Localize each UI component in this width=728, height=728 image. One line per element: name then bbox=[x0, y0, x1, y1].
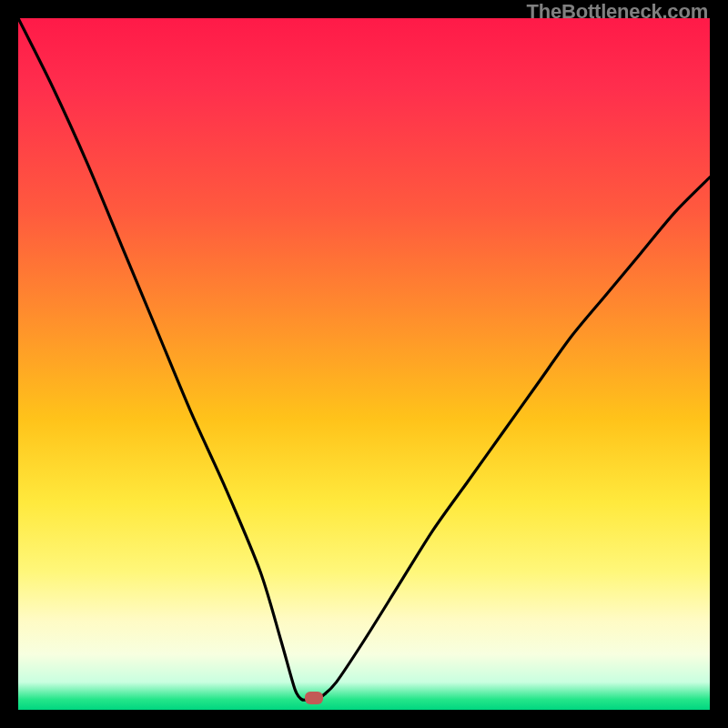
chart-frame: TheBottleneck.com bbox=[0, 0, 728, 728]
bottleneck-curve bbox=[18, 18, 710, 710]
optimal-marker bbox=[305, 692, 323, 704]
plot-area bbox=[18, 18, 710, 710]
